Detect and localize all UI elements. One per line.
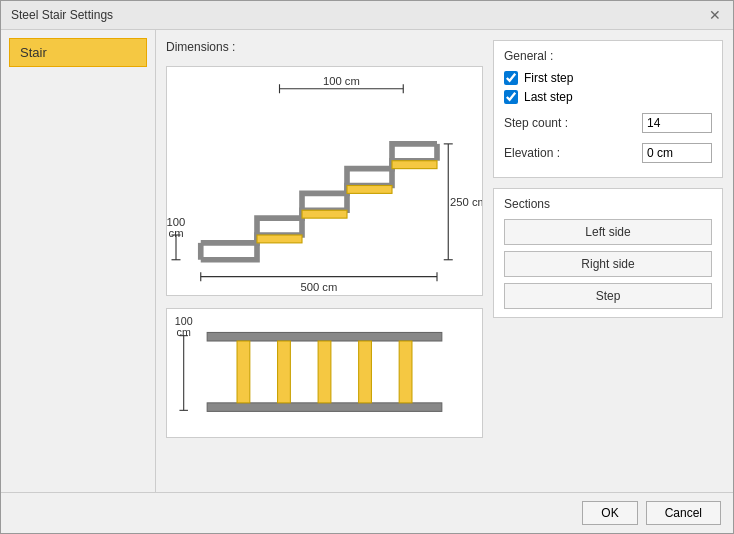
sidebar: Stair — [1, 30, 156, 492]
stair-svg: 100 cm — [167, 67, 482, 295]
general-title: General : — [504, 49, 712, 63]
stair-diagram: 100 cm — [166, 66, 483, 296]
svg-text:250 cm: 250 cm — [450, 196, 482, 208]
first-step-checkbox[interactable] — [504, 71, 518, 85]
step-count-row: Step count : — [504, 109, 712, 133]
right-panel: General : First step Last step Step coun… — [493, 40, 723, 482]
svg-rect-8 — [347, 186, 392, 194]
last-step-label: Last step — [524, 90, 573, 104]
svg-rect-9 — [392, 161, 437, 169]
ok-button[interactable]: OK — [582, 501, 637, 525]
svg-text:100: 100 — [167, 216, 185, 228]
step-button[interactable]: Step — [504, 283, 712, 309]
cancel-button[interactable]: Cancel — [646, 501, 721, 525]
svg-text:500 cm: 500 cm — [300, 281, 337, 293]
svg-rect-29 — [207, 403, 442, 412]
dimensions-label: Dimensions : — [166, 40, 483, 54]
elevation-label: Elevation : — [504, 146, 560, 160]
content-area: Stair Dimensions : 100 cm — [1, 30, 733, 492]
svg-text:cm: cm — [177, 326, 191, 338]
sections-section: Sections Left side Right side Step — [493, 188, 723, 318]
sections-title: Sections — [504, 197, 712, 211]
window-title: Steel Stair Settings — [11, 8, 113, 22]
footer: OK Cancel — [1, 492, 733, 533]
svg-rect-31 — [278, 341, 291, 403]
svg-rect-28 — [207, 332, 442, 341]
close-button[interactable]: ✕ — [707, 7, 723, 23]
elevation-row: Elevation : — [504, 139, 712, 163]
title-bar: Steel Stair Settings ✕ — [1, 1, 733, 30]
first-step-row: First step — [504, 71, 712, 85]
svg-rect-34 — [399, 341, 412, 403]
svg-rect-6 — [257, 235, 302, 243]
front-svg: 100 cm — [167, 309, 482, 437]
sidebar-item-label: Stair — [20, 45, 47, 60]
left-side-button[interactable]: Left side — [504, 219, 712, 245]
main-area: Dimensions : 100 cm — [156, 30, 733, 492]
dimensions-panel: Dimensions : 100 cm — [166, 40, 483, 482]
svg-rect-30 — [237, 341, 250, 403]
svg-text:cm: cm — [169, 227, 184, 239]
first-step-label: First step — [524, 71, 573, 85]
svg-text:100 cm: 100 cm — [323, 75, 360, 87]
step-count-input[interactable] — [642, 113, 712, 133]
svg-rect-32 — [318, 341, 331, 403]
step-count-label: Step count : — [504, 116, 568, 130]
general-section: General : First step Last step Step coun… — [493, 40, 723, 178]
front-diagram: 100 cm — [166, 308, 483, 438]
last-step-checkbox[interactable] — [504, 90, 518, 104]
last-step-row: Last step — [504, 90, 712, 104]
elevation-input[interactable] — [642, 143, 712, 163]
main-window: Steel Stair Settings ✕ Stair Dimensions … — [0, 0, 734, 534]
sidebar-item-stair[interactable]: Stair — [9, 38, 147, 67]
svg-rect-33 — [359, 341, 372, 403]
right-side-button[interactable]: Right side — [504, 251, 712, 277]
svg-rect-7 — [302, 210, 347, 218]
